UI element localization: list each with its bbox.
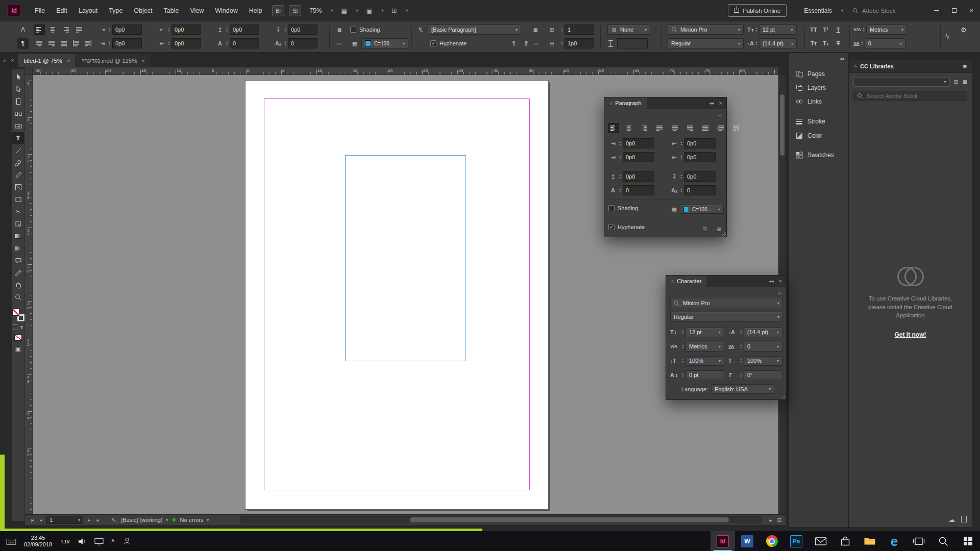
skew-stepper[interactable]: ▴▾ (739, 370, 744, 380)
pp-space-before-stepper[interactable]: ▴▾ (618, 171, 623, 182)
stock-button[interactable]: St (289, 5, 301, 16)
hyphenate-checkbox[interactable]: ✓ (608, 224, 615, 230)
gradient-feather-tool[interactable] (12, 242, 24, 255)
space-after-field[interactable]: 0p0 (288, 24, 317, 35)
screen-mode-icon[interactable]: ▣ (15, 345, 21, 353)
font-size-dropdown[interactable]: 12 pt▾ (685, 328, 724, 337)
preflight-status-dropdown[interactable]: No errors ▾ (172, 517, 209, 523)
horizontal-scrollbar-thumb[interactable] (410, 517, 729, 522)
arrange-documents-dropdown[interactable]: ⊞▾ (391, 7, 408, 14)
baseline-shift-stepper[interactable]: ▴▾ (680, 370, 685, 380)
justify-last-right-button[interactable] (46, 38, 57, 48)
pen-tool[interactable] (12, 157, 24, 169)
pp-first-line-indent-field[interactable]: 0p0 (623, 152, 654, 162)
align-away-from-spine-button[interactable] (730, 123, 742, 133)
ltr-paragraph-button[interactable]: ¶ (509, 38, 519, 49)
subscript-button[interactable]: T₁ (820, 38, 832, 48)
pp-right-indent-stepper[interactable]: ▴▾ (679, 138, 684, 148)
justify-last-center-button[interactable] (669, 123, 680, 133)
fill-swatch[interactable] (12, 309, 19, 316)
pp-space-after-field[interactable]: 0p0 (684, 171, 716, 182)
ruler-origin-corner[interactable] (25, 67, 33, 75)
zoom-level-dropdown[interactable]: 75%▾ (309, 7, 333, 14)
dock-item-pages[interactable]: Pages (790, 68, 847, 80)
kerning-dropdown[interactable]: Metrics▾ (866, 24, 907, 35)
align-center-button[interactable] (623, 123, 634, 133)
taskbar-app-edge[interactable]: e (882, 531, 906, 551)
volume-icon[interactable] (78, 537, 87, 546)
split-window-icon[interactable]: ⊡ (777, 517, 781, 523)
grid-options-icon[interactable]: ⊞ (715, 224, 724, 234)
screen-mode-dropdown[interactable]: ▣▾ (366, 7, 383, 14)
horizontal-scrollbar[interactable] (240, 516, 762, 523)
people-icon[interactable] (122, 537, 132, 546)
font-style-dropdown[interactable]: Regular▾ (670, 312, 783, 322)
space-before-field[interactable]: 0p0 (230, 24, 259, 35)
horizontal-scale-dropdown[interactable]: 100%▾ (744, 356, 782, 366)
menu-view[interactable]: View (184, 1, 209, 21)
right-indent-field[interactable]: 0p0 (172, 24, 201, 35)
align-left-button[interactable] (608, 123, 619, 133)
hyphenate-checkbox[interactable]: ✓ (430, 40, 436, 46)
drop-cap-lines-stepper[interactable]: ▴▾ (225, 38, 230, 48)
pp-drop-cap-lines-stepper[interactable]: ▴▾ (618, 185, 623, 195)
leading-stepper[interactable]: ▴▾ (739, 327, 744, 337)
vertical-scale-dropdown[interactable]: 100%▾ (685, 356, 724, 366)
taskbar-app-store[interactable] (833, 531, 857, 551)
rectangle-tool[interactable] (12, 193, 24, 206)
vertical-ruler[interactable]: 061 21 82 43 03 64 24 85 46 0 (25, 75, 33, 514)
selection-tool[interactable] (12, 71, 24, 83)
list-type-dropdown[interactable]: ▤ None▾ (607, 24, 650, 35)
language-indicator[interactable]: עבר (60, 538, 70, 544)
dock-item-swatches[interactable]: Swatches (790, 149, 847, 161)
kerning-dropdown[interactable]: Metrics▾ (685, 342, 724, 352)
close-tab-icon[interactable]: × (142, 58, 145, 64)
menu-table[interactable]: Table (158, 1, 184, 21)
publish-online-button[interactable]: Publish Online (728, 4, 787, 17)
free-transform-tool[interactable] (12, 218, 24, 230)
document-tab-modaah[interactable]: *מודעה.indd @ 125% × (76, 54, 151, 67)
align-towards-spine-button[interactable] (715, 123, 726, 133)
list-options-icon[interactable]: ≣ (700, 224, 709, 234)
span-columns-icon[interactable]: ≣ (531, 24, 540, 35)
last-line-indent-stepper[interactable]: ▴▾ (166, 38, 172, 48)
panel-menu-icon[interactable]: ≡ (718, 112, 722, 117)
numbered-list-button[interactable]: ≔ (335, 38, 344, 49)
pp-right-indent-field[interactable]: 0p0 (684, 138, 716, 148)
pp-space-before-field[interactable]: 0p0 (623, 171, 654, 182)
kerning-stepper[interactable]: ▴▾ (680, 341, 685, 352)
sync-status-icon[interactable]: ☁ (948, 516, 955, 523)
hidden-icons-chevron[interactable]: ˄ (111, 538, 115, 545)
menu-help[interactable]: Help (243, 1, 268, 21)
left-indent-field[interactable]: 0p0 (112, 24, 142, 35)
taskbar-start-button[interactable] (955, 531, 980, 551)
pp-drop-cap-lines-field[interactable]: 0 (623, 185, 654, 195)
justify-all-button[interactable] (700, 123, 711, 133)
pp-left-indent-stepper[interactable]: ▴▾ (618, 138, 623, 148)
close-icon[interactable]: × (11, 58, 14, 63)
font-family-dropdown[interactable]: Minion Pro▾ (670, 298, 783, 308)
paragraph-style-dropdown[interactable]: [Basic Paragraph]▾ (428, 24, 521, 35)
eyedropper-tool[interactable] (12, 267, 24, 279)
justify-last-right-button[interactable] (684, 123, 696, 133)
direct-selection-tool[interactable] (12, 83, 24, 95)
collapse-panels-icon[interactable]: ◂◂ (709, 101, 714, 106)
close-tab-icon[interactable]: × (67, 58, 70, 64)
control-panel-menu-button[interactable]: ⚙ (961, 24, 967, 35)
list-view-icon[interactable]: ≣ (963, 79, 967, 85)
justify-last-center-button[interactable] (34, 38, 45, 48)
pencil-tool[interactable] (12, 169, 24, 181)
justify-last-left-button[interactable] (654, 123, 665, 133)
align-center-button[interactable] (47, 24, 58, 35)
character-panel-tab[interactable]: ◇ Character (666, 276, 706, 287)
paragraph-formatting-toggle[interactable]: ¶ (17, 38, 29, 49)
rectangle-frame-tool[interactable] (12, 181, 24, 193)
minimize-button[interactable] (928, 0, 945, 21)
balance-columns-icon[interactable]: ≕ (531, 38, 540, 49)
superscript-button[interactable]: T¹ (820, 24, 832, 35)
columns-stepper[interactable]: ▴▾ (559, 24, 565, 35)
last-line-indent-field[interactable]: 0p0 (172, 38, 201, 48)
scroll-right-icon[interactable]: ▸ (770, 517, 772, 523)
resize-grip[interactable] (780, 394, 786, 399)
first-line-indent-field[interactable]: 0p0 (112, 38, 142, 48)
